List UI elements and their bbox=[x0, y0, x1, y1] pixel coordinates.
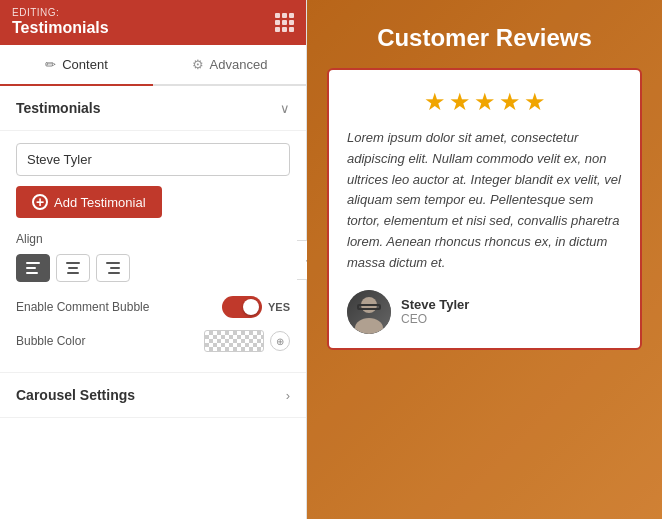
editing-label: EDITING: bbox=[12, 8, 109, 18]
tab-content-label: Content bbox=[62, 57, 108, 72]
right-panel: Customer Reviews ★ ★ ★ ★ ★ Lorem ipsum d… bbox=[307, 0, 662, 519]
avatar-body bbox=[355, 318, 383, 334]
pencil-icon: ✏ bbox=[45, 57, 56, 72]
avatar-inner bbox=[347, 290, 391, 334]
svg-rect-6 bbox=[106, 262, 120, 264]
align-center-button[interactable] bbox=[56, 254, 90, 282]
review-text: Lorem ipsum dolor sit amet, consectetur … bbox=[347, 128, 622, 274]
carousel-section-header[interactable]: Carousel Settings › bbox=[0, 373, 306, 418]
reviewer: Steve Tyler CEO bbox=[347, 290, 622, 334]
star-3: ★ bbox=[474, 88, 496, 116]
color-right: ⊕ bbox=[204, 330, 290, 352]
tab-bar: ✏ Content ⚙ Advanced bbox=[0, 45, 306, 86]
toggle-yes-label: YES bbox=[268, 301, 290, 313]
add-testimonial-button[interactable]: + Add Testimonial bbox=[16, 186, 162, 218]
align-center-icon bbox=[66, 262, 80, 274]
align-left-button[interactable] bbox=[16, 254, 50, 282]
svg-rect-7 bbox=[110, 267, 120, 269]
grid-menu-icon[interactable] bbox=[275, 13, 294, 32]
add-testimonial-label: Add Testimonial bbox=[54, 195, 146, 210]
svg-rect-8 bbox=[108, 272, 120, 274]
svg-rect-3 bbox=[66, 262, 80, 264]
svg-rect-0 bbox=[26, 262, 40, 264]
tab-content[interactable]: ✏ Content bbox=[0, 45, 153, 86]
tab-advanced-label: Advanced bbox=[210, 57, 268, 72]
tab-advanced[interactable]: ⚙ Advanced bbox=[153, 45, 306, 86]
star-4: ★ bbox=[499, 88, 521, 116]
testimonials-section-body: + Add Testimonial Align bbox=[0, 131, 306, 373]
star-2: ★ bbox=[449, 88, 471, 116]
glasses bbox=[357, 304, 381, 310]
svg-rect-2 bbox=[26, 272, 38, 274]
bubble-color-label: Bubble Color bbox=[16, 334, 85, 348]
carousel-chevron-icon: › bbox=[286, 388, 290, 403]
star-5: ★ bbox=[524, 88, 546, 116]
comment-bubble-label: Enable Comment Bubble bbox=[16, 300, 149, 314]
reviewer-name: Steve Tyler bbox=[401, 297, 469, 312]
left-panel: EDITING: Testimonials ✏ Content ⚙ Advanc… bbox=[0, 0, 307, 519]
align-right-icon bbox=[106, 262, 120, 274]
star-1: ★ bbox=[424, 88, 446, 116]
bubble-toggle[interactable] bbox=[222, 296, 262, 318]
reviewer-info: Steve Tyler CEO bbox=[401, 297, 469, 326]
testimonials-chevron-icon: ∨ bbox=[280, 101, 290, 116]
editing-header: EDITING: Testimonials bbox=[0, 0, 306, 45]
align-label: Align bbox=[16, 232, 290, 246]
align-buttons bbox=[16, 254, 290, 282]
plus-circle-icon: + bbox=[32, 194, 48, 210]
name-input[interactable] bbox=[16, 143, 290, 176]
svg-rect-5 bbox=[67, 272, 79, 274]
reviewer-title: CEO bbox=[401, 312, 469, 326]
toggle-right: YES bbox=[222, 296, 290, 318]
testimonials-section-title: Testimonials bbox=[16, 100, 101, 116]
testimonials-section-header[interactable]: Testimonials ∨ bbox=[0, 86, 306, 131]
svg-rect-1 bbox=[26, 267, 36, 269]
review-heading: Customer Reviews bbox=[377, 24, 592, 52]
bubble-color-row: Bubble Color ⊕ bbox=[16, 330, 290, 352]
align-right-button[interactable] bbox=[96, 254, 130, 282]
avatar bbox=[347, 290, 391, 334]
panel-title: Testimonials bbox=[12, 19, 109, 36]
comment-bubble-row: Enable Comment Bubble YES bbox=[16, 296, 290, 318]
sliders-icon: ⚙ bbox=[192, 57, 204, 72]
stars-row: ★ ★ ★ ★ ★ bbox=[347, 88, 622, 116]
svg-rect-4 bbox=[68, 267, 78, 269]
carousel-section-title: Carousel Settings bbox=[16, 387, 135, 403]
review-card: ★ ★ ★ ★ ★ Lorem ipsum dolor sit amet, co… bbox=[327, 68, 642, 350]
align-left-icon bbox=[26, 262, 40, 274]
panel-content: Testimonials ∨ + Add Testimonial Align bbox=[0, 86, 306, 519]
color-swatch[interactable] bbox=[204, 330, 264, 352]
color-picker-icon[interactable]: ⊕ bbox=[270, 331, 290, 351]
